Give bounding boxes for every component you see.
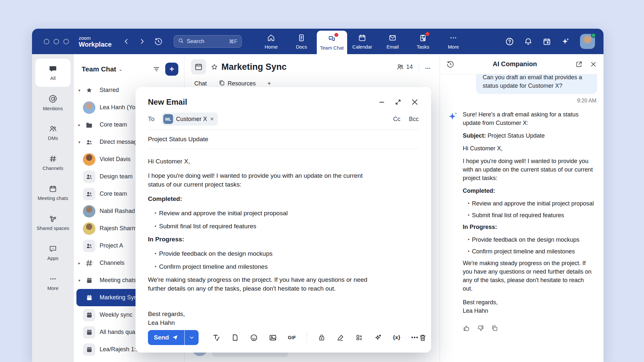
hash-icon [83,257,95,269]
ai-sparkle-icon [448,111,459,123]
caret-icon: ▸ [76,261,82,265]
star-icon [83,84,95,97]
text-block: Subject: Project Status Update [463,131,595,140]
text-block: Hi Customer X, [148,157,380,166]
channel-more-icon[interactable]: … [425,64,432,70]
variable-icon[interactable]: {x} [393,335,400,340]
rail-item-apps[interactable]: Apps [35,239,71,267]
open-in-new-icon[interactable] [575,61,583,68]
encrypt-icon[interactable]: E [318,334,326,341]
text-block: I hope you're doing well! I wanted to pr… [463,157,595,182]
rail-item-shared-spaces[interactable]: Shared spaces [35,209,71,237]
nav-tab-tasks[interactable]: Tasks [408,29,438,54]
folder-icon [83,119,95,131]
nav-tab-calendar[interactable]: Calendar [347,29,378,54]
chat-dots-icon [49,245,57,253]
text-block: •Submit final list of required features [148,222,380,231]
docs-icon [297,33,306,42]
member-count: 14 [406,64,413,70]
format-text-icon[interactable] [212,334,220,342]
text-block: Sure! Here's a draft email asking for a … [463,110,595,127]
expand-icon[interactable] [394,98,402,106]
badge-dot [334,33,338,37]
image-icon[interactable] [269,334,277,342]
send-options-dropdown[interactable] [184,330,199,345]
text-block: Completed: [148,194,380,203]
thumbs-up-icon[interactable] [463,324,470,332]
bcc-button[interactable]: Bcc [409,116,419,123]
copy-icon[interactable] [491,324,498,332]
attach-file-icon[interactable] [231,334,239,341]
chat-list-title-dropdown[interactable]: Team Chat⌄ [82,65,123,73]
rail-item-dms[interactable]: DMs [35,119,71,147]
primary-nav: HomeDocsTeam ChatCalendarEmailTasksMore [256,29,469,54]
ai-companion-icon[interactable] [561,37,570,46]
recipient-chip[interactable]: ML Customer X ✕ [162,113,218,126]
tab-chat[interactable]: Chat [194,80,207,87]
avatar [83,101,95,114]
badge-dot [426,32,429,36]
ai-compose-icon[interactable] [374,334,382,342]
new-chat-button[interactable]: + [165,63,178,76]
ai-close-icon[interactable] [590,61,597,68]
email-body-editor[interactable]: Hi Customer X,I hope you're doing well! … [148,149,380,327]
nav-tab-team-chat[interactable]: Team Chat [317,31,347,54]
rail-item-all[interactable]: All [35,59,71,87]
filter-icon[interactable] [153,66,160,73]
subject-input[interactable]: Project Status Update [148,130,419,149]
thumbs-down-icon[interactable] [477,324,484,332]
nav-tab-docs[interactable]: Docs [286,29,317,54]
text-block: I hope you're doing well! I wanted to pr… [148,171,380,189]
toolbar-more-icon[interactable]: ••• [411,335,419,340]
cc-button[interactable]: Cc [393,116,400,123]
text-block: We're making steady progress on the proj… [463,259,595,293]
recipient-avatar: ML [163,114,173,124]
modal-title: New Email [148,98,187,107]
user-avatar[interactable] [580,34,595,49]
notifications-icon[interactable] [524,37,533,46]
forward-icon[interactable] [138,38,146,45]
presence-dot [591,33,596,38]
discard-draft-icon[interactable] [419,334,427,342]
caret-icon: ▾ [76,140,82,144]
text-block: •Review and approve the initial project … [463,199,595,208]
rail-item-meeting-chats[interactable]: Meeting chats [35,179,71,207]
email-icon [388,33,397,42]
nav-tab-email[interactable]: Email [378,29,408,54]
nav-tab-more[interactable]: More [438,29,469,54]
zoom-workplace-logo: zoomWorkplace [79,36,112,48]
rail-item-more[interactable]: More [35,269,71,297]
ai-companion-panel: AI Companion Can you draft an email that… [440,54,604,362]
text-block: We're making steady progress on the proj… [148,275,380,293]
minimize-icon[interactable] [378,98,385,106]
tab-resources[interactable]: Resources [218,80,256,88]
emoji-icon[interactable] [250,334,258,342]
window-controls[interactable] [44,39,69,44]
calendar-mini-icon[interactable] [542,37,551,46]
text-block: Completed: [463,187,595,195]
user-prompt-bubble: Can you draft an email that provides a s… [476,74,597,94]
signature-icon[interactable] [336,334,345,342]
pages-icon [218,80,225,88]
back-icon[interactable] [123,38,130,45]
gif-icon[interactable]: GIF [288,335,296,340]
send-button[interactable]: Send [148,330,184,345]
search-input[interactable]: Search ⌘F [174,35,242,48]
help-icon[interactable] [505,37,514,46]
meeting-icon [83,343,95,356]
meeting-icon [83,292,95,304]
star-icon[interactable] [211,63,218,71]
modal-close-icon[interactable] [411,98,419,106]
nav-tab-home[interactable]: Home [256,29,286,54]
history-icon[interactable] [154,37,163,46]
hash-icon [49,155,57,163]
tab-add[interactable]: + [267,80,271,87]
rail-item-mentions[interactable]: Mentions [35,89,71,117]
members-button[interactable]: 14 [396,63,413,71]
ai-history-icon[interactable] [446,60,454,68]
rail-item-channels[interactable]: Channels [35,149,71,177]
calendar-icon [358,33,366,42]
remove-recipient-icon[interactable]: ✕ [210,116,214,122]
form-layout-icon[interactable] [355,334,363,341]
recipient-name: Customer X [176,116,207,123]
